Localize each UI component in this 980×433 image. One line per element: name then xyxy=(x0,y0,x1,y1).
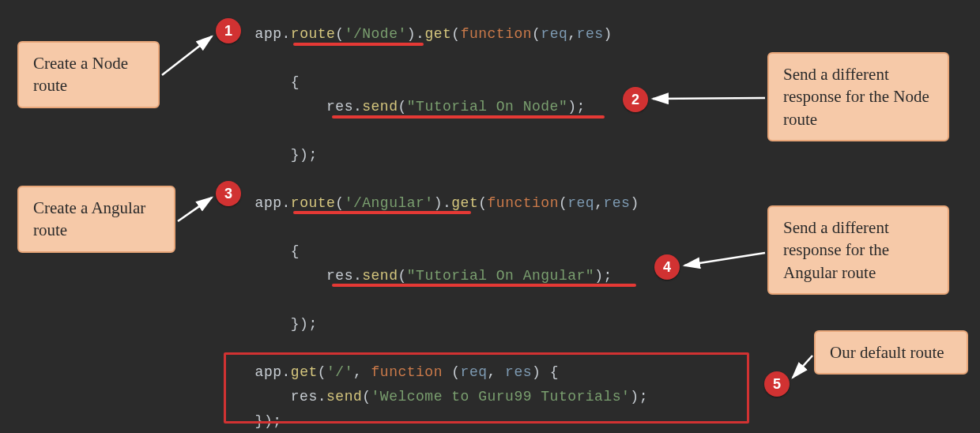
callout-4: Send a different response for the Angula… xyxy=(767,205,949,295)
underline-1 xyxy=(293,43,424,46)
svg-line-3 xyxy=(684,253,765,265)
code-line: { xyxy=(237,239,648,264)
svg-line-2 xyxy=(178,198,212,221)
marker-1: 1 xyxy=(216,18,241,43)
code-line: }); xyxy=(237,312,648,337)
callout-2: Send a different response for the Node r… xyxy=(767,52,949,141)
marker-5: 5 xyxy=(764,371,790,397)
marker-3: 3 xyxy=(216,181,241,206)
code-line: }); xyxy=(237,143,648,168)
svg-line-4 xyxy=(793,356,812,378)
underline-2 xyxy=(332,115,605,119)
callout-1: Create a Node route xyxy=(17,41,160,108)
callout-5: Our default route xyxy=(814,330,968,375)
underline-4 xyxy=(332,284,636,287)
svg-line-1 xyxy=(653,98,765,99)
marker-2: 2 xyxy=(623,87,648,112)
default-route-box xyxy=(224,352,749,424)
code-line: { xyxy=(237,70,648,95)
marker-4: 4 xyxy=(654,254,680,280)
callout-3: Create a Angular route xyxy=(17,186,175,253)
underline-3 xyxy=(293,211,471,214)
svg-line-0 xyxy=(162,36,212,75)
